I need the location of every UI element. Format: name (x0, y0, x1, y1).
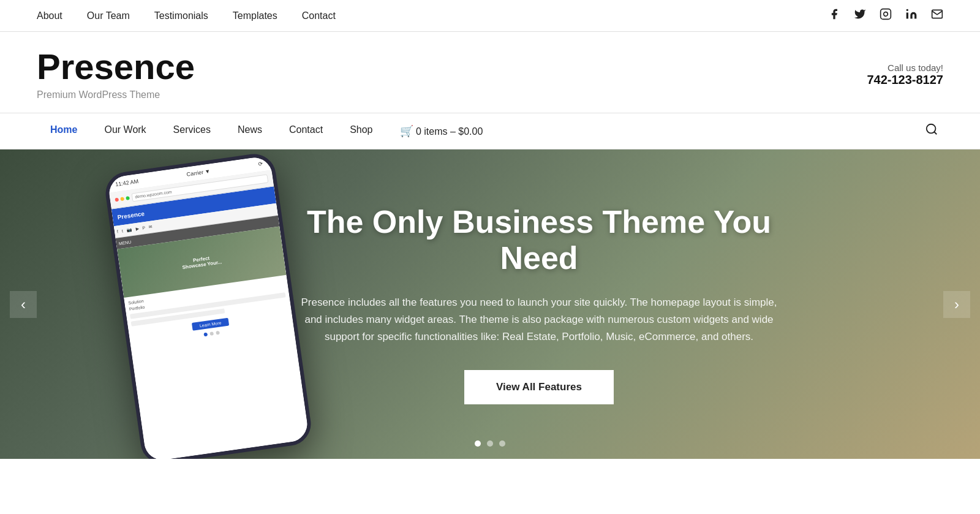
slider-next-button[interactable]: › (943, 291, 970, 318)
phone-nav-twitter: t (121, 229, 123, 233)
chevron-left-icon: ‹ (21, 296, 26, 313)
mainnav-shop[interactable]: Shop (336, 113, 386, 146)
phone-time: 11:42 AM (115, 178, 139, 187)
phone-nav-instagram: 📷 (126, 227, 132, 233)
browser-dot-min (120, 197, 124, 201)
site-branding: Presence Premium WordPress Theme (37, 49, 195, 100)
svg-rect-0 (881, 9, 891, 20)
site-title[interactable]: Presence (37, 49, 195, 85)
hero-section: 11:42 AM Carrier ▼ ⟳ demo.wpzoom.com Pre… (0, 149, 980, 459)
mainnav-contact[interactable]: Contact (276, 113, 336, 146)
top-bar: About Our Team Testimonials Templates Co… (0, 0, 980, 32)
mainnav-news[interactable]: News (224, 113, 276, 146)
phone-learn-more-btn: Learn More (192, 318, 229, 331)
browser-dot-max (126, 196, 130, 200)
svg-line-4 (934, 132, 937, 134)
slider-dot-2[interactable] (487, 440, 493, 447)
facebook-link[interactable] (828, 8, 840, 23)
email-icon (931, 9, 943, 23)
phone-slide-dot-3 (216, 331, 220, 335)
phone-number: 742-123-8127 (867, 73, 943, 87)
topnav-templates[interactable]: Templates (233, 10, 277, 21)
phone-slide-dot-1 (203, 333, 208, 337)
svg-point-2 (907, 9, 908, 11)
social-icons (828, 8, 943, 23)
email-link[interactable] (931, 8, 943, 23)
cart-link[interactable]: 🛒 0 items – $0.00 (386, 113, 497, 149)
topnav-our-team[interactable]: Our Team (87, 10, 130, 21)
mainnav-home[interactable]: Home (37, 113, 91, 146)
hero-content: The Only Business Theme You Need Presenc… (263, 204, 815, 405)
topnav-contact[interactable]: Contact (302, 10, 336, 21)
phone-site-name: Presence (117, 210, 145, 221)
topnav-testimonials[interactable]: Testimonials (154, 10, 208, 21)
slider-prev-button[interactable]: ‹ (10, 291, 37, 318)
phone-nav-email-small: ✉ (149, 224, 153, 230)
instagram-icon (880, 9, 892, 23)
site-tagline: Premium WordPress Theme (37, 89, 195, 100)
main-nav: Home Our Work Services News Contact Shop… (0, 113, 980, 149)
slider-dot-3[interactable] (499, 440, 505, 447)
phone-carrier: Carrier ▼ (186, 168, 211, 177)
view-all-features-button[interactable]: View All Features (464, 370, 614, 404)
svg-point-3 (927, 124, 936, 134)
cart-label: 0 items – $0.00 (416, 126, 483, 137)
mainnav-our-work[interactable]: Our Work (91, 113, 159, 146)
browser-dot-close (115, 198, 119, 202)
phone-slide-dot-2 (209, 331, 214, 336)
slider-dot-1[interactable] (475, 440, 481, 447)
call-label: Call us today! (867, 62, 943, 73)
instagram-link[interactable] (880, 8, 892, 23)
top-nav: About Our Team Testimonials Templates Co… (37, 10, 336, 21)
linkedin-link[interactable] (905, 8, 918, 23)
phone-nav-facebook: f (117, 229, 119, 233)
facebook-icon (828, 9, 840, 23)
phone-menu-label: MENU (118, 240, 131, 246)
linkedin-icon (905, 9, 918, 23)
hero-description: Presence includes all the features you n… (300, 294, 778, 346)
twitter-link[interactable] (854, 8, 866, 23)
call-info: Call us today! 742-123-8127 (867, 62, 943, 87)
topnav-about[interactable]: About (37, 10, 62, 21)
search-button[interactable] (920, 120, 943, 142)
cart-icon: 🛒 (400, 125, 413, 137)
mainnav-services[interactable]: Services (160, 113, 224, 146)
phone-nav-youtube: ▶ (135, 226, 139, 232)
phone-battery: ⟳ (258, 161, 263, 167)
chevron-right-icon: › (954, 296, 959, 313)
hero-title: The Only Business Theme You Need (288, 204, 790, 278)
phone-nav-pinterest: P (142, 225, 146, 230)
search-icon (925, 123, 938, 136)
twitter-icon (854, 9, 866, 23)
site-header: Presence Premium WordPress Theme Call us… (0, 32, 980, 113)
slider-dots (475, 440, 505, 447)
